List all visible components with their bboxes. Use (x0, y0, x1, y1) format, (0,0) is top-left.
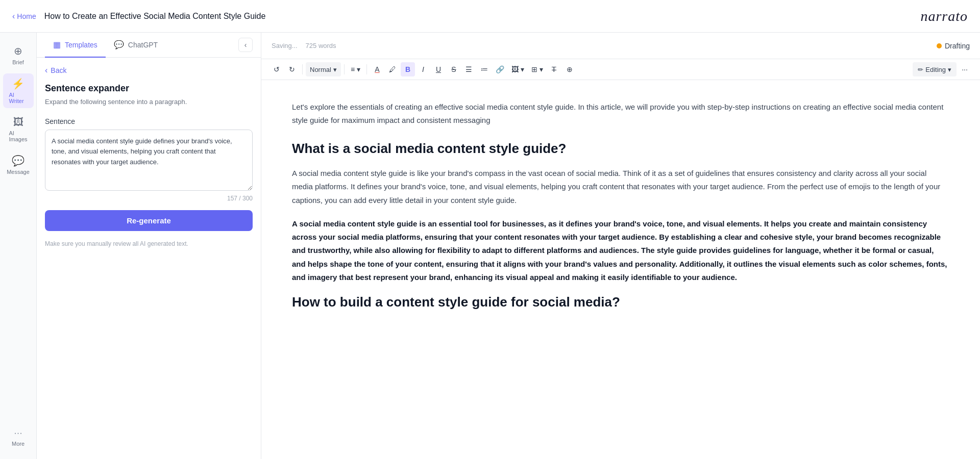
link-button[interactable]: 🔗 (493, 62, 507, 76)
editor-topbar: Saving... 725 words Drafting (261, 33, 980, 59)
drafting-label: Drafting (945, 42, 970, 50)
template-name: Sentence expander (45, 83, 253, 94)
topbar-left: Home How to Create an Effective Social M… (12, 12, 265, 21)
editing-mode-button[interactable]: ✏ Editing ▾ (913, 62, 957, 76)
doc-heading-2: How to build a content style guide for s… (292, 294, 949, 310)
icon-sidebar: ⊕ Brief ⚡ AI Writer 🖼 AI Images 💬 Messag… (0, 33, 37, 459)
style-selector[interactable]: Normal ▾ (306, 62, 341, 76)
brief-icon: ⊕ (14, 45, 22, 57)
word-count: 725 words (306, 42, 336, 49)
doc-title: How to Create an Effective Social Media … (44, 12, 266, 21)
editing-label: Editing (925, 66, 946, 73)
regenerate-button[interactable]: Re-generate (45, 210, 253, 231)
brand-logo: narrato (920, 8, 968, 24)
sidebar-item-label: AI Images (9, 130, 27, 142)
editor-area: Saving... 725 words Drafting ↺ ↻ Normal … (261, 33, 980, 459)
sidebar-item-message[interactable]: 💬 Message (3, 150, 34, 179)
chevron-down-icon: ▾ (333, 66, 337, 73)
plus-button[interactable]: ⊕ (562, 62, 577, 76)
toolbar-separator-2 (344, 64, 345, 74)
sidebar-item-label: Brief (12, 59, 24, 65)
main-layout: ⊕ Brief ⚡ AI Writer 🖼 AI Images 💬 Messag… (0, 33, 980, 459)
sidebar-item-brief[interactable]: ⊕ Brief (3, 41, 34, 69)
drafting-dot (937, 43, 942, 48)
doc-content: Let's explore the essentials of creating… (261, 80, 980, 459)
chatgpt-icon: 💬 (114, 40, 124, 49)
text-color-button[interactable]: A (370, 62, 384, 76)
sidebar-item-ai-writer[interactable]: ⚡ AI Writer (3, 73, 34, 108)
redo-button[interactable]: ↻ (285, 62, 299, 76)
panel-content: Back Sentence expander Expand the follow… (37, 58, 261, 459)
more-icon: ··· (14, 427, 22, 439)
home-link[interactable]: Home (12, 12, 36, 21)
style-label: Normal (310, 66, 331, 73)
sidebar-item-label: More (12, 441, 24, 447)
chevron-down-icon: ▾ (948, 66, 951, 73)
ordered-list-button[interactable]: ≔ (477, 62, 492, 76)
toolbar-separator-1 (302, 64, 303, 74)
bold-button[interactable]: B (401, 62, 415, 76)
table-button[interactable]: ⊞ ▾ (528, 62, 546, 76)
more-options-button[interactable]: ··· (958, 62, 972, 76)
drafting-badge: Drafting (937, 42, 970, 50)
toolbar: ↺ ↻ Normal ▾ ≡ ▾ A 🖊 B I U S ☰ ≔ 🔗 🖼 ▾ ⊞… (261, 59, 980, 80)
align-button[interactable]: ≡ ▾ (348, 62, 363, 76)
ai-disclaimer: Make sure you manually review all AI gen… (45, 239, 253, 248)
italic-button[interactable]: I (416, 62, 430, 76)
tab-label: Templates (65, 41, 97, 49)
sidebar-item-label: AI Writer (9, 92, 28, 104)
image-icon: 🖼 (13, 116, 23, 128)
panel-tabs: ▦ Templates 💬 ChatGPT ‹ (37, 33, 261, 58)
lightning-icon: ⚡ (12, 78, 24, 90)
tab-chatgpt[interactable]: 💬 ChatGPT (106, 33, 166, 58)
highlight-button[interactable]: 🖊 (385, 62, 400, 76)
clear-format-button[interactable]: T̶ (547, 62, 561, 76)
sentence-textarea[interactable] (45, 130, 253, 191)
char-count: 157 / 300 (45, 195, 253, 202)
topbar: Home How to Create an Effective Social M… (0, 0, 980, 33)
tab-label: ChatGPT (128, 41, 158, 49)
undo-button[interactable]: ↺ (270, 62, 284, 76)
pencil-icon: ✏ (918, 66, 923, 73)
doc-heading-1: What is a social media content style gui… (292, 141, 949, 157)
template-desc: Expand the following sentence into a par… (45, 97, 253, 107)
tab-templates[interactable]: ▦ Templates (45, 33, 106, 58)
doc-intro: Let's explore the essentials of creating… (292, 100, 949, 126)
message-icon: 💬 (12, 155, 24, 167)
bullet-list-button[interactable]: ☰ (462, 62, 476, 76)
sentence-field-label: Sentence (45, 117, 253, 125)
sidebar-item-ai-images[interactable]: 🖼 AI Images (3, 112, 34, 146)
panel: ▦ Templates 💬 ChatGPT ‹ Back Sentence ex… (37, 33, 261, 459)
underline-button[interactable]: U (431, 62, 446, 76)
doc-paragraph-1: A social media content style guide is li… (292, 167, 949, 207)
doc-paragraph-2-bold: A social media content style guide is an… (292, 217, 949, 284)
saving-status: Saving... (272, 42, 298, 49)
sidebar-item-more[interactable]: ··· More (3, 423, 34, 451)
collapse-panel-button[interactable]: ‹ (238, 38, 253, 52)
toolbar-separator-3 (366, 64, 367, 74)
sidebar-item-label: Message (7, 169, 30, 175)
image-insert-button[interactable]: 🖼 ▾ (508, 62, 527, 76)
strikethrough-button[interactable]: S (447, 62, 461, 76)
back-button[interactable]: Back (45, 66, 253, 75)
templates-icon: ▦ (53, 40, 61, 49)
